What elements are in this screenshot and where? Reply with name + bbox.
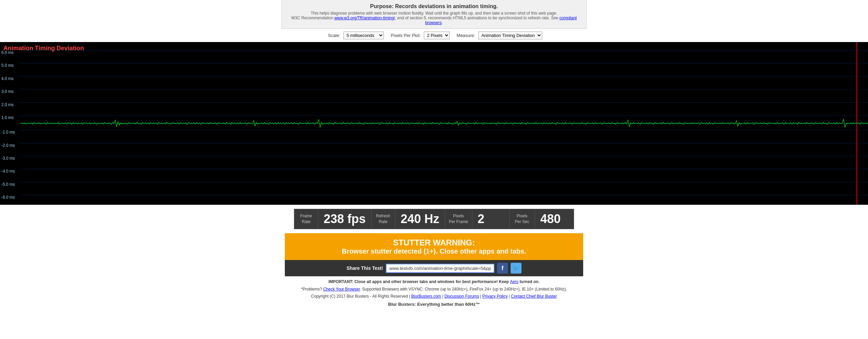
measure-label: Measure: bbox=[457, 33, 475, 38]
facebook-button[interactable]: f bbox=[497, 263, 508, 274]
pixels-per-frame-value: 2 bbox=[472, 209, 490, 229]
waveform-svg bbox=[20, 42, 868, 205]
frame-rate-label: FrameRate bbox=[294, 210, 318, 228]
stutter-warning-body: Browser stutter detected (1+). Close oth… bbox=[292, 247, 576, 255]
y-label-neg6: -6.0 ms bbox=[1, 195, 15, 200]
refresh-rate-value: 240 Hz bbox=[395, 209, 445, 229]
measure-select[interactable]: Animation Timing Deviation Frame Duratio… bbox=[478, 32, 542, 39]
graph-container: Animation Timing Deviation 6.0 ms 5.0 ms… bbox=[0, 42, 868, 205]
footer-important-text: IMPORTANT: Close all apps and other brow… bbox=[329, 279, 510, 284]
contact-link[interactable]: Contact Chief Blur Buster bbox=[511, 294, 557, 299]
y-label-neg4: -4.0 ms bbox=[1, 169, 15, 174]
y-label-neg3: -3.0 ms bbox=[1, 156, 15, 161]
share-bar: Share This Test! f 🐦 bbox=[285, 260, 583, 276]
check-browser-link[interactable]: Check Your Browser bbox=[323, 287, 360, 292]
discussion-link[interactable]: Discussion Forums bbox=[445, 294, 479, 299]
footer-tagline: Blur Busters: Everything better than 60H… bbox=[285, 300, 583, 308]
pixels-per-frame-label: PixelsPer Frame bbox=[445, 210, 472, 228]
stutter-warning-title: STUTTER WARNING: bbox=[292, 238, 576, 247]
controls-bar: Scale: 5 milliseconds 10 milliseconds 20… bbox=[281, 29, 587, 42]
aero-link[interactable]: Aero bbox=[510, 279, 518, 284]
y-label-5: 5.0 ms bbox=[1, 63, 14, 68]
y-label-neg5: -5.0 ms bbox=[1, 182, 15, 187]
y-label-neg2: -2.0 ms bbox=[1, 143, 15, 148]
blurbusters-link[interactable]: BlurBusters.com bbox=[411, 294, 441, 299]
refresh-rate-box: RefreshRate 240 Hz bbox=[372, 209, 445, 229]
frame-rate-value: 238 fps bbox=[318, 209, 371, 229]
stats-panel: FrameRate 238 fps RefreshRate 240 Hz Pix… bbox=[294, 205, 574, 233]
y-label-2: 2.0 ms bbox=[1, 102, 14, 107]
share-url-input[interactable] bbox=[386, 264, 494, 273]
scale-select[interactable]: 5 milliseconds 10 milliseconds 20 millis… bbox=[343, 32, 384, 39]
stutter-warning: STUTTER WARNING: Browser stutter detecte… bbox=[285, 233, 583, 260]
scale-label: Scale: bbox=[328, 33, 340, 38]
footer-important: IMPORTANT: Close all apps and other brow… bbox=[285, 278, 583, 286]
pixels-per-sec-value: 480 bbox=[535, 209, 566, 229]
refresh-rate-label: RefreshRate bbox=[372, 210, 395, 228]
pixels-per-plot-select[interactable]: 2 Pixels 4 Pixels 8 Pixels bbox=[424, 32, 450, 39]
footer: IMPORTANT: Close all apps and other brow… bbox=[285, 276, 583, 310]
frame-rate-box: FrameRate 238 fps bbox=[294, 209, 371, 229]
privacy-link[interactable]: Privacy Policy bbox=[482, 294, 508, 299]
y-label-1: 1.0 ms bbox=[1, 115, 14, 120]
pixels-per-sec-label: PixelsPer Sec bbox=[510, 210, 535, 228]
pixels-per-sec-box: PixelsPer Sec 480 bbox=[510, 209, 574, 229]
y-label-4: 4.0 ms bbox=[1, 76, 14, 81]
w3c-link[interactable]: www.w3.org/TR/animation-timing/ bbox=[334, 16, 395, 20]
twitter-button[interactable]: 🐦 bbox=[511, 263, 521, 274]
description-text: This helps diagnose problems with web br… bbox=[289, 11, 579, 25]
footer-copyright: Copyright (C) 2017 Blur Busters - All Ri… bbox=[285, 293, 583, 300]
y-label-6: 6.0 ms bbox=[1, 50, 14, 55]
footer-problems: *Problems? Check Your Browser. Supported… bbox=[285, 286, 583, 293]
purpose-title: Purpose: Records deviations in animation… bbox=[289, 3, 579, 9]
pixels-per-plot-label: Pixels Per Plot: bbox=[391, 33, 421, 38]
y-label-3: 3.0 ms bbox=[1, 89, 14, 94]
y-label-neg1: -1.0 ms bbox=[1, 130, 15, 135]
pixels-per-frame-box: PixelsPer Frame 2 bbox=[445, 209, 510, 229]
share-label: Share This Test! bbox=[347, 265, 383, 271]
